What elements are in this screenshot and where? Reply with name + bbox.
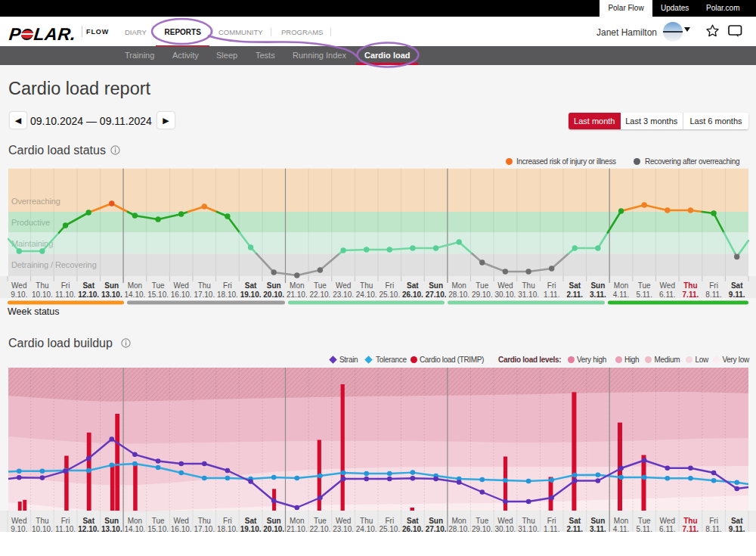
svg-text:Wed: Wed bbox=[660, 281, 675, 290]
svg-text:Tue: Tue bbox=[314, 517, 327, 525]
svg-text:Productive: Productive bbox=[11, 218, 50, 227]
svg-text:29.10.: 29.10. bbox=[472, 290, 493, 299]
svg-text:25.10.: 25.10. bbox=[379, 525, 400, 533]
svg-text:Sat: Sat bbox=[569, 517, 581, 525]
svg-text:Tue: Tue bbox=[476, 517, 488, 525]
svg-text:26.10.: 26.10. bbox=[402, 290, 423, 299]
svg-text:16.10.: 16.10. bbox=[171, 290, 192, 299]
svg-text:Wed: Wed bbox=[497, 517, 513, 525]
svg-text:8.11.: 8.11. bbox=[705, 290, 722, 299]
svg-text:Sun: Sun bbox=[104, 281, 119, 290]
svg-text:7.11.: 7.11. bbox=[683, 290, 699, 299]
svg-text:31.10.: 31.10. bbox=[518, 290, 539, 299]
svg-text:13.10.: 13.10. bbox=[101, 290, 122, 299]
svg-text:Mon: Mon bbox=[614, 517, 628, 525]
svg-text:23.10.: 23.10. bbox=[333, 525, 354, 533]
svg-text:Sat: Sat bbox=[82, 517, 94, 525]
svg-text:Wed: Wed bbox=[336, 517, 351, 525]
svg-text:Thu: Thu bbox=[522, 281, 534, 290]
svg-text:31.10.: 31.10. bbox=[518, 525, 539, 533]
svg-text:Fri: Fri bbox=[61, 281, 70, 290]
svg-text:22.10.: 22.10. bbox=[309, 290, 330, 299]
svg-text:Wed: Wed bbox=[174, 281, 189, 290]
svg-text:Thu: Thu bbox=[360, 517, 373, 525]
svg-text:Wed: Wed bbox=[11, 281, 26, 290]
svg-text:17.10.: 17.10. bbox=[194, 290, 215, 299]
svg-text:Sat: Sat bbox=[407, 281, 419, 290]
svg-text:Wed: Wed bbox=[174, 517, 189, 525]
svg-text:Mon: Mon bbox=[128, 517, 142, 525]
svg-text:Mon: Mon bbox=[128, 281, 142, 290]
svg-text:5.11.: 5.11. bbox=[636, 525, 652, 533]
svg-text:Sat: Sat bbox=[245, 517, 257, 525]
svg-text:Fri: Fri bbox=[709, 517, 718, 525]
svg-text:Fri: Fri bbox=[223, 517, 232, 525]
svg-text:19.10.: 19.10. bbox=[240, 290, 262, 299]
svg-text:3.11.: 3.11. bbox=[590, 525, 606, 533]
svg-text:Thu: Thu bbox=[683, 517, 697, 525]
svg-text:2.11.: 2.11. bbox=[566, 290, 583, 299]
svg-text:Fri: Fri bbox=[223, 281, 232, 290]
svg-text:9.10.: 9.10. bbox=[11, 290, 27, 299]
svg-text:1.11.: 1.11. bbox=[544, 525, 560, 533]
svg-text:14.10.: 14.10. bbox=[124, 525, 145, 533]
svg-text:10.10.: 10.10. bbox=[32, 290, 53, 299]
svg-text:30.10.: 30.10. bbox=[494, 525, 516, 533]
svg-text:22.10.: 22.10. bbox=[309, 525, 330, 533]
svg-text:Sat: Sat bbox=[245, 281, 257, 290]
svg-text:Mon: Mon bbox=[290, 281, 304, 290]
svg-text:19.10.: 19.10. bbox=[240, 525, 262, 533]
svg-text:23.10.: 23.10. bbox=[333, 290, 354, 299]
svg-text:25.10.: 25.10. bbox=[379, 290, 400, 299]
svg-text:15.10.: 15.10. bbox=[147, 525, 169, 533]
svg-text:Tue: Tue bbox=[638, 281, 651, 290]
svg-text:15.10.: 15.10. bbox=[147, 290, 169, 299]
svg-text:Fri: Fri bbox=[547, 281, 556, 290]
svg-text:Sat: Sat bbox=[731, 517, 743, 525]
svg-text:16.10.: 16.10. bbox=[171, 525, 192, 533]
svg-text:Thu: Thu bbox=[36, 517, 48, 525]
svg-text:10.10.: 10.10. bbox=[32, 525, 53, 533]
svg-text:18.10.: 18.10. bbox=[217, 525, 238, 533]
svg-text:28.10.: 28.10. bbox=[448, 290, 469, 299]
svg-text:27.10.: 27.10. bbox=[426, 290, 447, 299]
svg-text:17.10.: 17.10. bbox=[194, 525, 215, 533]
svg-text:Sat: Sat bbox=[731, 281, 743, 290]
svg-text:Fri: Fri bbox=[385, 517, 394, 525]
svg-text:Mon: Mon bbox=[451, 281, 466, 290]
svg-text:Fri: Fri bbox=[547, 517, 556, 525]
svg-text:Sun: Sun bbox=[590, 281, 605, 290]
svg-text:Wed: Wed bbox=[336, 281, 351, 290]
svg-text:Sun: Sun bbox=[429, 517, 443, 525]
svg-text:Tue: Tue bbox=[152, 517, 165, 525]
svg-text:24.10.: 24.10. bbox=[356, 525, 377, 533]
svg-text:Thu: Thu bbox=[198, 517, 211, 525]
svg-text:Thu: Thu bbox=[683, 281, 697, 290]
svg-text:Fri: Fri bbox=[385, 281, 394, 290]
svg-text:14.10.: 14.10. bbox=[124, 290, 145, 299]
svg-text:Tue: Tue bbox=[638, 517, 651, 525]
svg-text:4.11.: 4.11. bbox=[613, 290, 630, 299]
svg-text:11.10.: 11.10. bbox=[55, 290, 76, 299]
svg-text:Thu: Thu bbox=[360, 281, 373, 290]
svg-text:21.10.: 21.10. bbox=[287, 525, 308, 533]
svg-text:21.10.: 21.10. bbox=[287, 290, 308, 299]
svg-text:Wed: Wed bbox=[11, 517, 26, 525]
svg-text:Mon: Mon bbox=[290, 517, 304, 525]
svg-text:12.10.: 12.10. bbox=[78, 525, 99, 533]
svg-text:29.10.: 29.10. bbox=[472, 525, 493, 533]
svg-text:Sat: Sat bbox=[569, 281, 581, 290]
svg-text:12.10.: 12.10. bbox=[78, 290, 99, 299]
svg-text:24.10.: 24.10. bbox=[356, 290, 377, 299]
svg-text:Tue: Tue bbox=[152, 281, 165, 290]
svg-text:Fri: Fri bbox=[61, 517, 70, 525]
svg-text:6.11.: 6.11. bbox=[659, 525, 676, 533]
svg-text:Wed: Wed bbox=[497, 281, 513, 290]
svg-text:11.10.: 11.10. bbox=[55, 525, 76, 533]
svg-text:Sat: Sat bbox=[407, 517, 419, 525]
svg-text:Fri: Fri bbox=[709, 281, 718, 290]
svg-text:20.10.: 20.10. bbox=[263, 290, 284, 299]
svg-text:28.10.: 28.10. bbox=[448, 525, 469, 533]
svg-text:Thu: Thu bbox=[36, 281, 48, 290]
svg-text:18.10.: 18.10. bbox=[217, 290, 238, 299]
